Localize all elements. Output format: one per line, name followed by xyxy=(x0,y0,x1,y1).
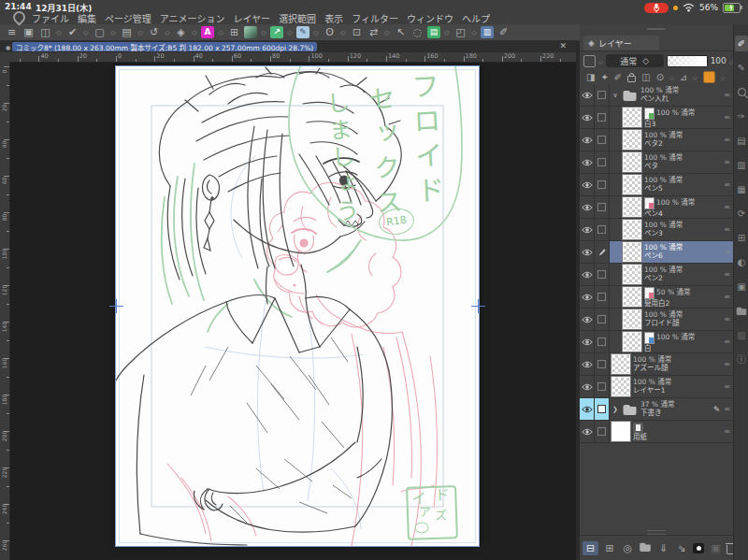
layer-row-ペン4[interactable]: 100 % 通常ペン4≡ xyxy=(580,196,733,219)
material-thumb-2-icon[interactable]: ↗ xyxy=(270,26,283,38)
lasso-select-icon[interactable]: ʘ xyxy=(323,25,337,39)
search-layer-icon[interactable]: ◰ xyxy=(453,25,468,39)
toggle-10-icon[interactable]: ◇ xyxy=(312,29,320,36)
layer-editing-pencil-icon[interactable] xyxy=(595,241,610,263)
layer-visibility-eye-icon[interactable] xyxy=(580,398,595,420)
layer-thumbnail[interactable] xyxy=(623,332,641,352)
layer-drag-handle[interactable]: ≡ xyxy=(724,293,730,301)
layer-row-髪用白2[interactable]: 50 % 通常髪用白2≡ xyxy=(580,286,733,309)
brush-tool-icon[interactable]: ✐ xyxy=(735,36,748,51)
snap-pen-icon[interactable]: ✔ xyxy=(65,25,79,39)
toggle-11-icon[interactable]: ◇ xyxy=(339,29,347,36)
enable-mask-stepper-icon[interactable]: ◇ xyxy=(669,74,674,80)
layer-content[interactable]: 100 % 通常白≡ xyxy=(610,331,733,352)
show-layers-icon[interactable]: ▤ xyxy=(427,26,440,38)
layer-row-白[interactable]: 100 % 通常白≡ xyxy=(580,331,733,353)
layer-content[interactable]: 100 % 通常ペン5≡ xyxy=(610,174,733,195)
layer-property-icon[interactable]: ▥ xyxy=(735,157,748,173)
close-tab-icon[interactable]: ✕ xyxy=(559,41,567,50)
layer-checkbox[interactable] xyxy=(595,398,610,420)
layer-palette-icon[interactable]: ▤ xyxy=(735,133,748,149)
layer-drag-handle[interactable]: ≡ xyxy=(724,248,730,256)
layer-color-stepper-icon[interactable]: ◇ xyxy=(721,74,726,80)
layer-checkbox[interactable] xyxy=(595,309,610,330)
layer-row-白3[interactable]: 100 % 通常白3≡ xyxy=(580,107,733,129)
palette-option-toggle-icon[interactable]: ◇ xyxy=(598,58,603,65)
enable-mask-icon[interactable]: ⊙ xyxy=(656,72,664,82)
folder-expand-icon[interactable]: ❯ xyxy=(611,406,619,413)
layer-thumbnail[interactable] xyxy=(611,354,630,374)
sub-tool-icon[interactable]: ✎ xyxy=(735,60,748,76)
ruler-visibility-icon[interactable]: ⊿ xyxy=(680,72,687,82)
layer-thumbnail[interactable] xyxy=(623,309,641,329)
new-folder-icon[interactable] xyxy=(639,541,652,555)
layer-row-ペン5[interactable]: 100 % 通常ペン5≡ xyxy=(580,174,733,196)
menu-アニメーション[interactable]: アニメーション xyxy=(160,11,225,25)
layer-thumbnail[interactable] xyxy=(623,287,641,307)
layer-visibility-eye-icon[interactable] xyxy=(580,151,595,173)
zoom-tool-icon[interactable] xyxy=(735,84,748,100)
layer-visibility-eye-icon[interactable] xyxy=(580,241,595,263)
folder-expand-icon[interactable]: ∨ xyxy=(611,92,619,99)
layer-checkbox[interactable] xyxy=(595,174,610,195)
layer-content[interactable]: ∨100 % 通常ペン入れ≡ xyxy=(610,84,733,106)
toggle-2-icon[interactable]: ◇ xyxy=(82,29,90,36)
lock-layer-icon[interactable] xyxy=(627,76,636,82)
layer-checkbox[interactable] xyxy=(595,107,610,128)
selection-ring-icon[interactable]: ◌ xyxy=(410,25,424,39)
clipboard-icon[interactable]: ▤ xyxy=(120,25,134,39)
new-window-icon[interactable]: ▣ xyxy=(22,25,36,39)
layer-visibility-eye-icon[interactable] xyxy=(580,309,595,330)
layer-thumbnail[interactable] xyxy=(623,265,641,284)
fit-screen-icon[interactable]: ⊡ xyxy=(350,25,364,39)
layer-row-ペン3[interactable]: 100 % 通常ペン3≡ xyxy=(580,219,733,241)
navigator-icon[interactable]: ◐ xyxy=(735,254,748,270)
layer-row-ペン入れ[interactable]: ∨100 % 通常ペン入れ≡ xyxy=(580,84,733,107)
layer-visibility-eye-icon[interactable] xyxy=(580,353,595,375)
layer-row-アズール顔[interactable]: 100 % 通常アズール顔≡ xyxy=(580,353,733,376)
layer-row-レイヤー1[interactable]: 100 % 通常レイヤー1≡ xyxy=(580,376,733,398)
layer-thumbnail[interactable] xyxy=(623,152,641,172)
layer-content[interactable]: 50 % 通常髪用白2≡ xyxy=(610,286,733,308)
layer-thumbnail[interactable] xyxy=(623,175,641,194)
palette-option-icon[interactable] xyxy=(583,55,596,67)
layer-content[interactable]: ❯37 % 通常下書き✎≡ xyxy=(610,398,733,420)
recording-mic-icon[interactable] xyxy=(644,3,669,13)
duplicate-icon[interactable]: ▧ xyxy=(735,327,748,343)
menu-ウィンドウ[interactable]: ウィンドウ xyxy=(407,11,453,25)
menu-表示[interactable]: 表示 xyxy=(324,11,343,25)
auto-action-icon[interactable]: ⟳ xyxy=(735,206,748,222)
object-pointer-icon[interactable]: ↖ xyxy=(394,25,408,39)
layer-checkbox[interactable] xyxy=(595,264,610,285)
layer-drag-handle[interactable]: ≡ xyxy=(724,270,730,279)
grid-icon[interactable]: ⊞ xyxy=(227,25,241,39)
flip-horizontal-icon[interactable]: ⇄ xyxy=(367,25,381,39)
toggle-5-icon[interactable]: ◇ xyxy=(164,29,171,36)
canvas-workspace[interactable]: フロイド セックス しましょう R18 イ ド ア ズ xyxy=(0,62,576,560)
horizontal-ruler[interactable]: 4020020406080100120140160180200220 xyxy=(0,52,576,63)
layer-drag-handle[interactable]: ≡ xyxy=(724,136,730,144)
rotate-canvas-icon[interactable]: ↺ xyxy=(147,25,161,39)
layer-color-icon[interactable] xyxy=(703,71,715,83)
layer-checkbox[interactable] xyxy=(595,421,610,442)
palette-dock-icon[interactable]: ⊟ xyxy=(583,541,598,555)
toggle-3-icon[interactable]: ◇ xyxy=(109,29,117,36)
layer-row-下書き[interactable]: ❯37 % 通常下書き✎≡ xyxy=(580,398,733,421)
layer-drag-handle[interactable]: ≡ xyxy=(724,158,730,166)
toggle-12-icon[interactable]: ◇ xyxy=(383,29,391,36)
vertical-ruler[interactable]: 020406080100120140160180200220240260 xyxy=(0,62,10,560)
toggle-7-icon[interactable]: ◇ xyxy=(217,29,224,36)
layer-selection-icon[interactable]: ▥ xyxy=(481,26,494,38)
layer-drag-handle[interactable]: ≡ xyxy=(724,360,730,368)
toggle-6-icon[interactable]: ◇ xyxy=(191,29,198,36)
layer-checkbox[interactable] xyxy=(595,129,610,151)
toggle-13-icon[interactable]: ◇ xyxy=(443,29,451,36)
layer-row-用紙[interactable]: 用紙≡ xyxy=(580,421,733,443)
layer-drag-handle[interactable]: ≡ xyxy=(724,337,730,346)
layer-content[interactable]: 100 % 通常ベタ2≡ xyxy=(610,129,733,151)
material-palette-icon[interactable]: ▦ xyxy=(735,181,748,197)
layer-row-ベタ2[interactable]: 100 % 通常ベタ2≡ xyxy=(580,129,733,151)
layer-content[interactable]: 100 % 通常フロイド顔≡ xyxy=(610,309,733,330)
layer-visibility-eye-icon[interactable] xyxy=(580,421,595,442)
layer-content[interactable]: 100 % 通常レイヤー1≡ xyxy=(610,376,733,397)
